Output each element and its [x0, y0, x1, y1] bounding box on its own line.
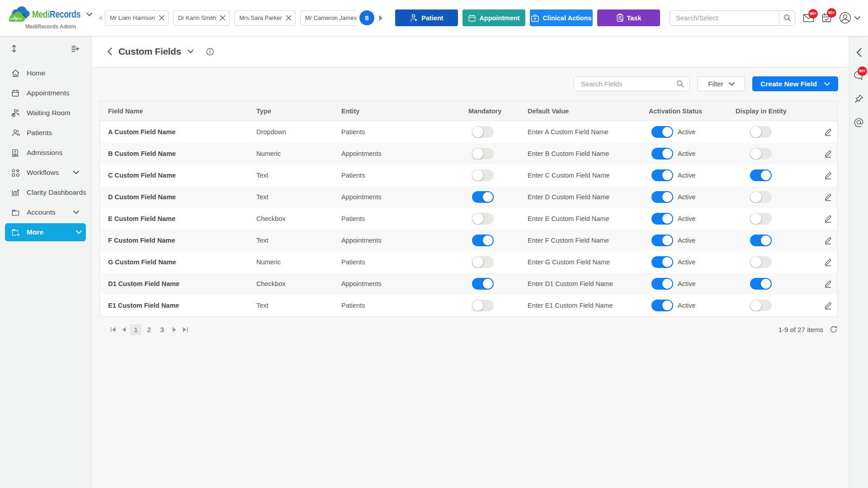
refresh-icon[interactable] [830, 325, 838, 333]
activation-toggle[interactable] [651, 300, 673, 311]
appointment-button[interactable]: Appointment [462, 9, 525, 26]
table-toolbar: Filter Create New Field [92, 76, 838, 91]
sidebar-item-patients[interactable]: Patients [0, 123, 91, 143]
mandatory-toggle[interactable] [472, 256, 494, 268]
column-header-display-in-entity[interactable]: Display in Entity [727, 108, 818, 115]
task-button[interactable]: Task [597, 9, 660, 26]
column-header-field-name[interactable]: Field Name [100, 108, 248, 115]
page-title-chevron-icon[interactable] [188, 50, 193, 53]
mentions-icon[interactable] [854, 117, 864, 127]
sidebar-item-waiting-room[interactable]: Waiting Room [0, 103, 91, 123]
resize-updown-icon[interactable] [11, 44, 17, 53]
patient-tab[interactable]: Mr Liam Harrison [105, 10, 169, 26]
display-in-entity-toggle[interactable] [750, 191, 772, 203]
display-in-entity-toggle[interactable] [750, 213, 772, 225]
display-in-entity-toggle[interactable] [750, 148, 772, 160]
column-header-activation-status[interactable]: Activation Status [641, 108, 727, 115]
tabs-scroll-left-icon[interactable] [97, 14, 103, 22]
edit-row-icon[interactable] [824, 301, 832, 310]
activation-toggle[interactable] [651, 148, 673, 160]
display-in-entity-toggle[interactable] [750, 126, 772, 138]
user-menu[interactable] [839, 12, 860, 24]
patient-tab-close-icon[interactable] [220, 15, 226, 21]
brand-chevron-down-icon[interactable] [86, 13, 92, 16]
activation-toggle[interactable] [651, 169, 673, 181]
mandatory-toggle[interactable] [472, 126, 494, 138]
display-in-entity-toggle[interactable] [750, 169, 772, 181]
appointments-notification-icon[interactable]: 90+ [821, 13, 832, 23]
panel-collapse-left-icon[interactable] [856, 48, 862, 57]
page-number-3[interactable]: 3 [156, 324, 168, 335]
display-in-entity-toggle[interactable] [750, 235, 772, 246]
column-header-mandatory[interactable]: Mandatory [460, 108, 519, 115]
cell-actions [818, 280, 837, 288]
patient-tab[interactable]: Mr Cameron James [300, 10, 357, 26]
create-new-field-button[interactable]: Create New Field [752, 76, 838, 91]
mandatory-toggle[interactable] [472, 235, 494, 246]
display-in-entity-toggle[interactable] [750, 300, 772, 311]
activation-toggle[interactable] [651, 278, 673, 290]
edit-row-icon[interactable] [824, 171, 832, 179]
search-fields-icon[interactable] [676, 80, 684, 88]
messages-icon[interactable]: 90+ [803, 14, 814, 23]
last-page-icon[interactable] [180, 324, 189, 335]
previous-page-icon[interactable] [119, 324, 128, 335]
patient-tab-close-icon[interactable] [286, 15, 292, 21]
sidebar-item-appointments[interactable]: Appointments [0, 83, 91, 103]
edit-row-icon[interactable] [824, 236, 832, 244]
edit-row-icon[interactable] [824, 150, 832, 158]
sidebar-item-accounts[interactable]: Accounts [0, 202, 91, 222]
patient-tab[interactable]: Mrs Sara Parker [234, 10, 296, 26]
activation-toggle[interactable] [651, 235, 673, 246]
collapse-sidebar-icon[interactable] [71, 46, 80, 52]
page-info-icon[interactable] [206, 48, 214, 56]
global-search-input[interactable] [670, 14, 779, 22]
edit-row-icon[interactable] [824, 280, 832, 288]
filter-button[interactable]: Filter [698, 76, 745, 91]
sidebar-item-label: Home [27, 69, 79, 77]
cell-display-in-entity [727, 213, 818, 225]
sidebar-item-workflows[interactable]: Workflows [0, 163, 91, 183]
edit-row-icon[interactable] [824, 215, 832, 223]
activation-toggle[interactable] [651, 213, 673, 225]
cell-default-value: Enter E1 Custom Field Name [519, 302, 641, 309]
column-header-default-value[interactable]: Default Value [519, 108, 641, 115]
sidebar-item-home[interactable]: Home [0, 63, 91, 83]
edit-row-icon[interactable] [824, 193, 832, 201]
global-search-icon[interactable] [779, 11, 795, 25]
page-content: Filter Create New Field Field NameTypeEn… [92, 67, 849, 488]
back-icon[interactable] [107, 47, 112, 56]
mandatory-toggle[interactable] [472, 300, 494, 311]
edit-row-icon[interactable] [824, 128, 832, 136]
patient-tab-close-icon[interactable] [159, 15, 165, 21]
column-header-entity[interactable]: Entity [333, 108, 460, 115]
tabs-scroll-right-icon[interactable] [377, 14, 384, 22]
mandatory-toggle[interactable] [472, 278, 494, 290]
edit-row-icon[interactable] [824, 258, 832, 266]
activation-toggle[interactable] [651, 126, 673, 138]
sidebar-item-admissions[interactable]: Admissions [0, 143, 91, 163]
chat-icon[interactable]: 90+ [853, 70, 864, 81]
mandatory-toggle[interactable] [472, 213, 494, 225]
sidebar-item-more[interactable]: More [5, 223, 86, 241]
mandatory-toggle[interactable] [472, 148, 494, 160]
search-fields-input[interactable] [574, 80, 676, 88]
mandatory-toggle[interactable] [472, 169, 494, 181]
display-in-entity-toggle[interactable] [750, 256, 772, 268]
column-header-type[interactable]: Type [248, 108, 333, 115]
first-page-icon[interactable] [108, 324, 118, 335]
activation-toggle[interactable] [651, 191, 673, 203]
page-number-2[interactable]: 2 [143, 324, 155, 335]
patient-button[interactable]: Patient [395, 9, 458, 26]
sidebar-item-clarity-dashboards[interactable]: Clarity Dashboards [0, 183, 91, 202]
patient-tab[interactable]: Dr Karin Smith [173, 10, 230, 26]
activation-toggle[interactable] [651, 256, 673, 268]
pin-icon[interactable] [854, 94, 864, 104]
next-page-icon[interactable] [170, 324, 179, 335]
mandatory-toggle[interactable] [472, 191, 494, 203]
page-number-1[interactable]: 1 [130, 324, 142, 335]
medirecords-logo-icon[interactable] [7, 6, 31, 23]
clinical-actions-button[interactable]: Clinical Actions [530, 9, 593, 26]
display-in-entity-toggle[interactable] [750, 278, 772, 290]
tabs-overflow-count-badge[interactable]: 8 [359, 10, 374, 25]
